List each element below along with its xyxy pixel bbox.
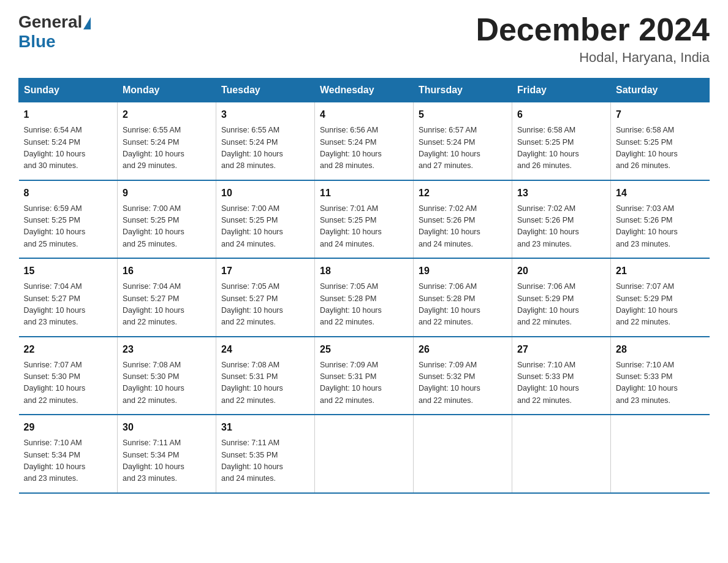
page-header: General Blue December 2024 Hodal, Haryan… (18, 12, 710, 66)
day-number: 3 (221, 107, 309, 122)
calendar-cell: 12Sunrise: 7:02 AM Sunset: 5:26 PM Dayli… (414, 180, 512, 259)
calendar-cell: 27Sunrise: 7:10 AM Sunset: 5:33 PM Dayli… (512, 337, 611, 415)
calendar-cell: 25Sunrise: 7:09 AM Sunset: 5:31 PM Dayli… (315, 337, 414, 415)
day-header-saturday: Saturday (611, 79, 710, 102)
calendar-cell: 22Sunrise: 7:07 AM Sunset: 5:30 PM Dayli… (19, 337, 118, 415)
calendar-cell: 17Sunrise: 7:05 AM Sunset: 5:27 PM Dayli… (216, 258, 315, 337)
day-info: Sunrise: 7:07 AM Sunset: 5:30 PM Dayligh… (24, 359, 113, 407)
day-info: Sunrise: 7:05 AM Sunset: 5:27 PM Dayligh… (221, 281, 309, 329)
day-number: 18 (320, 264, 408, 278)
day-number: 20 (517, 264, 605, 278)
calendar-table: SundayMondayTuesdayWednesdayThursdayFrid… (18, 78, 710, 494)
calendar-cell: 21Sunrise: 7:07 AM Sunset: 5:29 PM Dayli… (611, 258, 710, 337)
calendar-cell: 30Sunrise: 7:11 AM Sunset: 5:34 PM Dayli… (118, 415, 216, 493)
day-number: 6 (517, 107, 605, 122)
day-info: Sunrise: 7:10 AM Sunset: 5:34 PM Dayligh… (24, 437, 113, 485)
day-info: Sunrise: 7:03 AM Sunset: 5:26 PM Dayligh… (616, 203, 705, 251)
day-info: Sunrise: 6:55 AM Sunset: 5:24 PM Dayligh… (123, 124, 211, 172)
calendar-cell: 4Sunrise: 6:56 AM Sunset: 5:24 PM Daylig… (315, 102, 414, 180)
logo-triangle-icon (83, 17, 91, 29)
day-number: 13 (517, 186, 605, 201)
day-header-tuesday: Tuesday (216, 79, 315, 102)
day-info: Sunrise: 6:59 AM Sunset: 5:25 PM Dayligh… (24, 203, 113, 251)
calendar-cell: 29Sunrise: 7:10 AM Sunset: 5:34 PM Dayli… (19, 415, 118, 493)
day-info: Sunrise: 7:09 AM Sunset: 5:32 PM Dayligh… (419, 359, 507, 407)
calendar-cell: 15Sunrise: 7:04 AM Sunset: 5:27 PM Dayli… (19, 258, 118, 337)
calendar-cell: 18Sunrise: 7:05 AM Sunset: 5:28 PM Dayli… (315, 258, 414, 337)
day-number: 8 (24, 186, 113, 201)
day-number: 24 (221, 342, 309, 357)
calendar-cell: 19Sunrise: 7:06 AM Sunset: 5:28 PM Dayli… (414, 258, 512, 337)
week-row-5: 29Sunrise: 7:10 AM Sunset: 5:34 PM Dayli… (19, 415, 710, 493)
day-info: Sunrise: 7:04 AM Sunset: 5:27 PM Dayligh… (24, 281, 113, 329)
calendar-cell: 23Sunrise: 7:08 AM Sunset: 5:30 PM Dayli… (118, 337, 216, 415)
title-section: December 2024 Hodal, Haryana, India (476, 12, 710, 66)
day-info: Sunrise: 7:07 AM Sunset: 5:29 PM Dayligh… (616, 281, 705, 329)
calendar-cell: 7Sunrise: 6:58 AM Sunset: 5:25 PM Daylig… (611, 102, 710, 180)
day-info: Sunrise: 7:04 AM Sunset: 5:27 PM Dayligh… (123, 281, 211, 329)
day-header-sunday: Sunday (19, 79, 118, 102)
calendar-cell (512, 415, 611, 493)
day-number: 21 (616, 264, 705, 278)
calendar-cell: 24Sunrise: 7:08 AM Sunset: 5:31 PM Dayli… (216, 337, 315, 415)
calendar-cell: 6Sunrise: 6:58 AM Sunset: 5:25 PM Daylig… (512, 102, 611, 180)
logo-blue: Blue (18, 32, 56, 52)
logo-text: General (18, 12, 92, 32)
calendar-cell: 28Sunrise: 7:10 AM Sunset: 5:33 PM Dayli… (611, 337, 710, 415)
day-number: 2 (123, 107, 211, 122)
day-info: Sunrise: 7:10 AM Sunset: 5:33 PM Dayligh… (517, 359, 605, 407)
day-number: 28 (616, 342, 705, 357)
day-info: Sunrise: 7:05 AM Sunset: 5:28 PM Dayligh… (320, 281, 408, 329)
calendar-cell: 11Sunrise: 7:01 AM Sunset: 5:25 PM Dayli… (315, 180, 414, 259)
day-info: Sunrise: 7:08 AM Sunset: 5:30 PM Dayligh… (123, 359, 211, 407)
day-number: 11 (320, 186, 408, 201)
location: Hodal, Haryana, India (476, 50, 710, 66)
day-info: Sunrise: 7:00 AM Sunset: 5:25 PM Dayligh… (221, 203, 309, 251)
logo: General Blue (18, 12, 92, 52)
month-title: December 2024 (476, 12, 710, 47)
day-number: 15 (24, 264, 113, 278)
day-info: Sunrise: 7:10 AM Sunset: 5:33 PM Dayligh… (616, 359, 705, 407)
calendar-cell: 10Sunrise: 7:00 AM Sunset: 5:25 PM Dayli… (216, 180, 315, 259)
day-number: 30 (123, 420, 211, 435)
day-info: Sunrise: 7:02 AM Sunset: 5:26 PM Dayligh… (419, 203, 507, 251)
day-info: Sunrise: 6:57 AM Sunset: 5:24 PM Dayligh… (419, 124, 507, 172)
day-info: Sunrise: 7:01 AM Sunset: 5:25 PM Dayligh… (320, 203, 408, 251)
week-row-4: 22Sunrise: 7:07 AM Sunset: 5:30 PM Dayli… (19, 337, 710, 415)
day-number: 25 (320, 342, 408, 357)
day-number: 7 (616, 107, 705, 122)
day-number: 17 (221, 264, 309, 278)
week-row-2: 8Sunrise: 6:59 AM Sunset: 5:25 PM Daylig… (19, 180, 710, 259)
calendar-cell: 5Sunrise: 6:57 AM Sunset: 5:24 PM Daylig… (414, 102, 512, 180)
day-info: Sunrise: 7:00 AM Sunset: 5:25 PM Dayligh… (123, 203, 211, 251)
day-info: Sunrise: 7:08 AM Sunset: 5:31 PM Dayligh… (221, 359, 309, 407)
calendar-cell: 8Sunrise: 6:59 AM Sunset: 5:25 PM Daylig… (19, 180, 118, 259)
day-number: 12 (419, 186, 507, 201)
calendar-cell: 9Sunrise: 7:00 AM Sunset: 5:25 PM Daylig… (118, 180, 216, 259)
calendar-cell: 3Sunrise: 6:55 AM Sunset: 5:24 PM Daylig… (216, 102, 315, 180)
calendar-cell: 20Sunrise: 7:06 AM Sunset: 5:29 PM Dayli… (512, 258, 611, 337)
day-number: 19 (419, 264, 507, 278)
calendar-cell: 31Sunrise: 7:11 AM Sunset: 5:35 PM Dayli… (216, 415, 315, 493)
day-header-wednesday: Wednesday (315, 79, 414, 102)
day-info: Sunrise: 6:55 AM Sunset: 5:24 PM Dayligh… (221, 124, 309, 172)
day-header-friday: Friday (512, 79, 611, 102)
day-number: 4 (320, 107, 408, 122)
day-number: 27 (517, 342, 605, 357)
day-number: 16 (123, 264, 211, 278)
day-info: Sunrise: 7:11 AM Sunset: 5:34 PM Dayligh… (123, 437, 211, 485)
day-info: Sunrise: 7:11 AM Sunset: 5:35 PM Dayligh… (221, 437, 309, 485)
day-number: 23 (123, 342, 211, 357)
calendar-cell (315, 415, 414, 493)
day-number: 5 (419, 107, 507, 122)
day-info: Sunrise: 7:02 AM Sunset: 5:26 PM Dayligh… (517, 203, 605, 251)
logo-general: General (18, 12, 82, 32)
calendar-cell: 2Sunrise: 6:55 AM Sunset: 5:24 PM Daylig… (118, 102, 216, 180)
calendar-cell: 1Sunrise: 6:54 AM Sunset: 5:24 PM Daylig… (19, 102, 118, 180)
calendar-cell: 26Sunrise: 7:09 AM Sunset: 5:32 PM Dayli… (414, 337, 512, 415)
day-number: 26 (419, 342, 507, 357)
week-row-3: 15Sunrise: 7:04 AM Sunset: 5:27 PM Dayli… (19, 258, 710, 337)
day-info: Sunrise: 7:06 AM Sunset: 5:29 PM Dayligh… (517, 281, 605, 329)
day-number: 31 (221, 420, 309, 435)
day-number: 22 (24, 342, 113, 357)
